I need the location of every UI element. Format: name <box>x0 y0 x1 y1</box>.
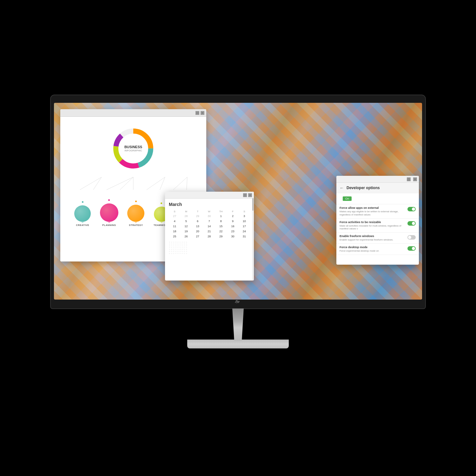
dev-toggle-1[interactable] <box>407 207 416 211</box>
cal-day[interactable]: 10 <box>239 219 250 224</box>
cal-day[interactable]: 6 <box>192 219 203 224</box>
stand-neck <box>228 308 248 340</box>
cal-day[interactable]: 9 <box>227 219 238 224</box>
svg-line-9 <box>107 177 133 190</box>
calendar-row-4: 25 26 27 28 29 30 31 <box>169 234 250 239</box>
dev-titlebar-buttons: □ × <box>406 177 417 181</box>
day-header-w: W <box>203 209 215 214</box>
dev-title: Developer options <box>347 186 380 190</box>
svg-line-7 <box>80 177 102 190</box>
calendar-row-2: 11 12 13 14 15 16 17 <box>169 224 250 229</box>
cal-day[interactable]: 31 <box>239 234 250 239</box>
svg-line-15 <box>187 177 187 190</box>
calendar-titlebar: □ × <box>165 192 254 199</box>
dev-toggle-3[interactable] <box>407 235 416 240</box>
presentation-titlebar: □ × <box>60 109 206 117</box>
circle-strategy <box>127 205 144 222</box>
svg-line-14 <box>173 177 187 190</box>
cal-day[interactable]: 26 <box>180 234 192 239</box>
dev-toggle-4[interactable] <box>407 246 416 251</box>
cal-day[interactable]: 11 <box>169 224 180 229</box>
calendar-row-0: 27 28 29 30 1 2 3 <box>169 214 250 219</box>
cal-day[interactable]: 4 <box>169 219 180 224</box>
calendar-content: March S M T W TH F S <box>165 199 254 259</box>
node-creative: CREATIVE <box>74 201 91 227</box>
dev-option-4: Force desktop mode Force experimental de… <box>336 244 419 255</box>
cal-day[interactable]: 14 <box>203 224 215 229</box>
top-bezel <box>54 98 422 103</box>
circle-planning <box>100 203 118 222</box>
day-header-t1: T <box>192 209 203 214</box>
svg-line-12 <box>147 177 165 190</box>
calendar-dots <box>169 241 250 255</box>
cal-day[interactable]: 25 <box>169 234 180 239</box>
svg-text:ℌ𝔭: ℌ𝔭 <box>235 300 240 303</box>
label-creative: CREATIVE <box>76 224 89 227</box>
cal-day[interactable]: 20 <box>192 229 203 234</box>
dev-header: ← Developer options <box>336 183 419 193</box>
dev-on-row: On <box>336 193 419 204</box>
dev-option-3-text: Enable freeform windows Enable support f… <box>340 235 405 241</box>
day-header-m: M <box>180 209 192 214</box>
bottom-bezel: ℌ𝔭 <box>54 300 422 304</box>
cal-day[interactable]: 29 <box>215 234 227 239</box>
screen: □ × <box>54 103 422 300</box>
scrollbar-thumb[interactable] <box>252 198 254 211</box>
calendar-window[interactable]: □ × March S M T W TH F <box>165 192 254 281</box>
cal-restore-btn[interactable]: □ <box>243 193 247 197</box>
cal-day[interactable]: 30 <box>203 214 215 219</box>
circle-creative <box>74 205 91 222</box>
dev-close-btn[interactable]: × <box>413 177 417 181</box>
cal-day[interactable]: 16 <box>227 224 238 229</box>
dev-option-1-desc: Makes any app eligible to be written to … <box>340 210 405 216</box>
cal-day[interactable]: 27 <box>192 234 203 239</box>
dev-restore-btn[interactable]: □ <box>407 177 411 181</box>
cal-day[interactable]: 21 <box>203 229 215 234</box>
svg-line-10 <box>120 177 133 190</box>
dev-toggle-2[interactable] <box>407 221 416 226</box>
cal-day[interactable]: 27 <box>169 214 180 219</box>
dev-option-2-text: Force activities to be resizable Make al… <box>340 221 405 231</box>
cal-close-btn[interactable]: × <box>248 193 252 197</box>
cal-day[interactable]: 30 <box>227 234 238 239</box>
chart-subtitle: INFOGRAPHIC <box>124 149 142 152</box>
cal-day[interactable]: 8 <box>215 219 227 224</box>
close-btn[interactable]: × <box>201 111 204 115</box>
cal-day[interactable]: 13 <box>192 224 203 229</box>
cal-day[interactable]: 12 <box>180 224 192 229</box>
stand-base <box>187 340 289 348</box>
cal-day[interactable]: 17 <box>239 224 250 229</box>
cal-day[interactable]: 7 <box>203 219 215 224</box>
monitor: □ × <box>48 95 428 381</box>
cal-day[interactable]: 3 <box>239 214 250 219</box>
dev-option-4-title: Force desktop mode <box>340 246 405 249</box>
cal-day[interactable]: 5 <box>180 219 192 224</box>
dev-back-button[interactable]: ← <box>340 185 344 190</box>
dev-option-1: Force allow apps on external Makes any a… <box>336 204 419 219</box>
cal-day[interactable]: 19 <box>180 229 192 234</box>
chart-center-text: BUSINESS INFOGRAPHIC <box>124 145 142 152</box>
calendar-header: March <box>169 202 250 207</box>
node-dot-teamwork <box>161 202 162 204</box>
dev-option-2: Force activities to be resizable Make al… <box>336 219 419 233</box>
developer-options-panel[interactable]: □ × ← Developer options On Force allow a… <box>336 176 419 265</box>
node-dot-strategy <box>135 201 137 202</box>
restore-btn[interactable]: □ <box>195 111 199 115</box>
calendar-grid: S M T W TH F S 27 <box>169 209 250 239</box>
cal-day[interactable]: 22 <box>215 229 227 234</box>
cal-day[interactable]: 28 <box>180 214 192 219</box>
cal-day[interactable]: 28 <box>203 234 215 239</box>
calendar-row-3: 18 19 20 21 22 23 24 <box>169 229 250 234</box>
monitor-body: □ × <box>51 95 425 308</box>
dev-option-3-desc: Enable support for experimental freeform… <box>340 238 405 241</box>
cal-day[interactable]: 1 <box>215 214 227 219</box>
cal-day[interactable]: 18 <box>169 229 180 234</box>
cal-day[interactable]: 23 <box>227 229 238 234</box>
cal-day[interactable]: 24 <box>239 229 250 234</box>
cal-day[interactable]: 2 <box>227 214 238 219</box>
node-planning: PLANNING <box>100 199 118 227</box>
donut-chart: BUSINESS INFOGRAPHIC <box>111 126 155 171</box>
cal-day[interactable]: 29 <box>192 214 203 219</box>
cal-day[interactable]: 15 <box>215 224 227 229</box>
svg-line-8 <box>93 177 102 190</box>
